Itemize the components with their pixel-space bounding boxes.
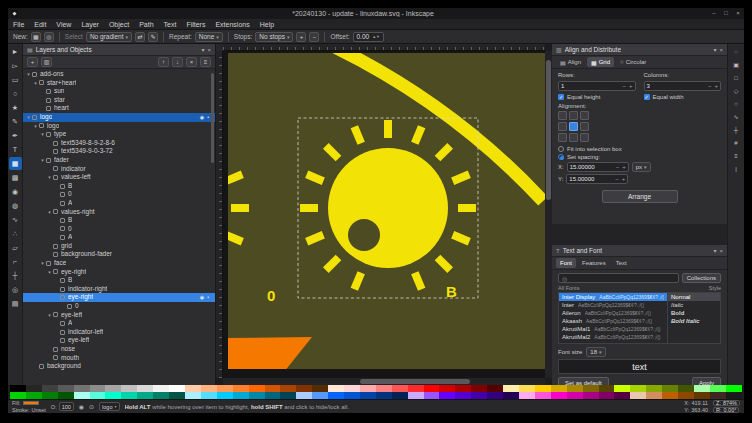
palette-swatch[interactable]	[153, 392, 169, 399]
visibility-icon[interactable]: ◉	[200, 293, 204, 302]
palette-swatch[interactable]	[424, 392, 440, 399]
palette-swatch[interactable]	[74, 385, 90, 392]
font-item-akrutimal2[interactable]: AkrutiMal2AaBbCcIiPpQq12369$€¢?.;/()	[559, 333, 667, 341]
tree-row-values-right[interactable]: ▾values-right	[23, 208, 215, 217]
snap-nodes[interactable]: ◇	[731, 85, 742, 96]
palette-swatch[interactable]	[265, 392, 281, 399]
text-tool[interactable]: T	[9, 143, 22, 156]
font-item-aileron[interactable]: AileronAaBbCcIiPpQq12369$€¢?.;/()	[559, 309, 667, 317]
palette-swatch[interactable]	[233, 385, 249, 392]
tree-row-eye-left[interactable]: eye-left	[23, 336, 215, 345]
palette-swatch[interactable]	[328, 385, 344, 392]
palette-swatch[interactable]	[280, 385, 296, 392]
expander-icon[interactable]: ▾	[25, 113, 32, 122]
palette-swatch[interactable]	[614, 392, 630, 399]
rows-spinner[interactable]: 1 − +	[558, 81, 636, 91]
layer-visibility-icon[interactable]: ◉	[79, 403, 84, 410]
alignment-anchor-4[interactable]	[569, 122, 578, 131]
palette-swatch[interactable]	[360, 392, 376, 399]
node-tool[interactable]: ▻	[9, 59, 22, 72]
palette-swatch[interactable]	[678, 392, 694, 399]
palette-swatch[interactable]	[599, 385, 615, 392]
expander-icon[interactable]: ▾	[32, 79, 39, 88]
palette-swatch[interactable]	[439, 385, 455, 392]
tab-align[interactable]: ▤ Align	[556, 57, 585, 67]
snap-smooth-nodes[interactable]: ○	[731, 98, 742, 109]
offset-spinner[interactable]: 0.00 ▲▼	[353, 32, 385, 42]
style-item-bold[interactable]: Bold	[668, 309, 720, 317]
palette-swatch[interactable]	[105, 385, 121, 392]
palette-swatch[interactable]	[121, 385, 137, 392]
palette-swatch[interactable]	[487, 385, 503, 392]
palette-swatch[interactable]	[487, 392, 503, 399]
visibility-icon[interactable]: ◉	[200, 113, 204, 122]
alignment-anchor-6[interactable]	[558, 133, 567, 142]
menu-item-text[interactable]: Text	[159, 19, 182, 30]
tree-row-grid[interactable]: grid	[23, 242, 215, 251]
panel-close-icon[interactable]: ×	[719, 248, 723, 254]
lock-icon[interactable]: •	[207, 113, 209, 122]
palette-swatch[interactable]	[376, 392, 392, 399]
panel-options-button[interactable]: ≡	[200, 57, 211, 67]
tree-row-B[interactable]: B	[23, 276, 215, 285]
tree-row-eye-left[interactable]: ▾eye-left	[23, 311, 215, 320]
style-item-italic[interactable]: Italic	[668, 301, 720, 309]
x-spacing-spinner[interactable]: 15.00000 − +	[567, 162, 629, 172]
plus-icon[interactable]: +	[714, 83, 718, 89]
palette-swatch[interactable]	[217, 392, 233, 399]
eraser-tool[interactable]: ▱	[9, 241, 22, 254]
palette-swatch[interactable]	[583, 392, 599, 399]
palette-swatch[interactable]	[678, 385, 694, 392]
panel-collapse-icon[interactable]: ▾	[201, 46, 204, 53]
palette-swatch[interactable]	[296, 385, 312, 392]
palette-swatch[interactable]	[710, 385, 726, 392]
fit-selection-radio[interactable]: Fit into selection box	[558, 146, 721, 152]
palette-swatch[interactable]	[630, 385, 646, 392]
dropper-tool[interactable]: ◉	[9, 185, 22, 198]
palette-swatch[interactable]	[439, 392, 455, 399]
horizontal-scrollbar[interactable]	[223, 378, 545, 385]
tree-row-star[interactable]: star	[23, 96, 215, 105]
tree-row-background-fader[interactable]: background-fader	[23, 250, 215, 259]
palette-swatch[interactable]	[519, 385, 535, 392]
palette-swatch[interactable]	[662, 385, 678, 392]
selector-tool[interactable]: ►	[9, 45, 22, 58]
menu-item-path[interactable]: Path	[134, 19, 158, 30]
tree-row-logo[interactable]: ▾logo	[23, 122, 215, 131]
palette-swatch[interactable]	[360, 385, 376, 392]
minus-icon[interactable]: −	[708, 83, 712, 89]
alignment-anchor-1[interactable]	[569, 111, 578, 120]
palette-swatch[interactable]	[567, 392, 583, 399]
tree-row-heart[interactable]: heart	[23, 104, 215, 113]
expander-icon[interactable]: ▾	[46, 311, 53, 320]
palette-swatch[interactable]	[10, 392, 26, 399]
palette-swatch[interactable]	[551, 392, 567, 399]
linear-gradient-button[interactable]: ▦	[31, 32, 41, 42]
plus-icon[interactable]: +	[629, 83, 633, 89]
tree-row-eye-right[interactable]: eye-right◉•	[23, 293, 215, 302]
stops-dropdown[interactable]: No stops ▾	[255, 32, 293, 42]
palette-swatch[interactable]	[185, 385, 201, 392]
equal-height-checkbox[interactable]: ✓ Equal height	[558, 94, 636, 100]
palette-swatch[interactable]	[137, 385, 153, 392]
vertical-ruler[interactable]	[216, 51, 223, 378]
tree-row-nose[interactable]: nose	[23, 345, 215, 354]
vertical-scrollbar[interactable]	[545, 51, 552, 378]
palette-swatch[interactable]	[121, 392, 137, 399]
connector-tool[interactable]: ⌐	[9, 255, 22, 268]
palette-swatch[interactable]	[455, 392, 471, 399]
repeat-dropdown[interactable]: None ▾	[195, 32, 223, 42]
tab-font[interactable]: Font	[556, 258, 576, 268]
snap-grids[interactable]: #	[731, 137, 742, 148]
rotation-spinner[interactable]: R: 0.00°	[713, 407, 739, 413]
menu-item-file[interactable]: File	[8, 19, 29, 30]
palette-swatch[interactable]	[535, 392, 551, 399]
expander-icon[interactable]: ▾	[46, 173, 53, 182]
raise-button[interactable]: ↑	[158, 57, 169, 67]
palette-swatch[interactable]	[519, 392, 535, 399]
palette-swatch[interactable]	[710, 392, 726, 399]
palette-swatch[interactable]	[233, 392, 249, 399]
font-item-akrutimal1[interactable]: AkrutiMal1AaBbCcIiPpQq12369$€¢?.;/()	[559, 325, 667, 333]
panel-collapse-icon[interactable]: ▾	[713, 247, 716, 254]
expander-icon[interactable]: ▾	[39, 259, 46, 268]
